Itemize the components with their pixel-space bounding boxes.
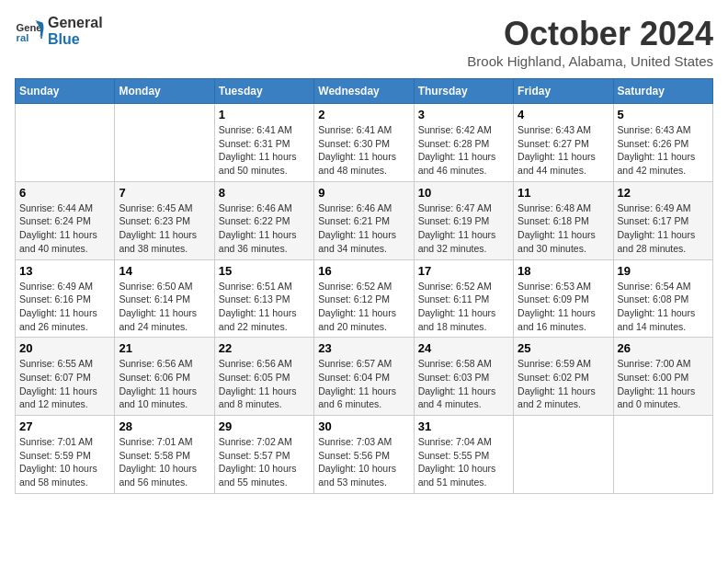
calendar-week-3: 13Sunrise: 6:49 AMSunset: 6:16 PMDayligh… — [16, 259, 713, 338]
calendar-cell: 5Sunrise: 6:43 AMSunset: 6:26 PMDaylight… — [613, 104, 712, 182]
logo-blue: Blue — [48, 31, 80, 47]
day-info: Sunrise: 6:41 AMSunset: 6:31 PMDaylight:… — [219, 123, 310, 178]
day-number: 30 — [318, 419, 409, 433]
day-number: 16 — [318, 264, 409, 278]
logo: Gene ral General Blue — [15, 15, 103, 47]
day-info: Sunrise: 6:54 AMSunset: 6:08 PMDaylight:… — [618, 280, 709, 334]
calendar-cell: 29Sunrise: 7:02 AMSunset: 5:57 PMDayligh… — [214, 416, 313, 494]
day-info: Sunrise: 6:44 AMSunset: 6:24 PMDaylight:… — [19, 201, 110, 256]
column-header-thursday: Thursday — [414, 79, 513, 104]
calendar-cell: 14Sunrise: 6:50 AMSunset: 6:14 PMDayligh… — [115, 259, 214, 338]
calendar-cell: 20Sunrise: 6:55 AMSunset: 6:07 PMDayligh… — [16, 338, 115, 416]
calendar-table: SundayMondayTuesdayWednesdayThursdayFrid… — [15, 78, 713, 494]
day-number: 27 — [19, 419, 110, 433]
day-info: Sunrise: 6:49 AMSunset: 6:16 PMDaylight:… — [19, 280, 110, 334]
column-header-wednesday: Wednesday — [314, 79, 414, 104]
day-number: 7 — [119, 186, 210, 200]
title-area: October 2024 Brook Highland, Alabama, Un… — [467, 15, 713, 69]
day-info: Sunrise: 7:03 AMSunset: 5:56 PMDaylight:… — [318, 435, 409, 489]
day-info: Sunrise: 6:42 AMSunset: 6:28 PMDaylight:… — [418, 123, 509, 178]
calendar-cell: 7Sunrise: 6:45 AMSunset: 6:23 PMDaylight… — [115, 181, 214, 259]
calendar-cell: 9Sunrise: 6:46 AMSunset: 6:21 PMDaylight… — [314, 181, 414, 259]
day-info: Sunrise: 6:51 AMSunset: 6:13 PMDaylight:… — [219, 280, 310, 334]
calendar-cell: 27Sunrise: 7:01 AMSunset: 5:59 PMDayligh… — [16, 416, 115, 494]
calendar-cell: 3Sunrise: 6:42 AMSunset: 6:28 PMDaylight… — [414, 104, 513, 182]
day-info: Sunrise: 6:45 AMSunset: 6:23 PMDaylight:… — [119, 201, 210, 256]
day-info: Sunrise: 7:02 AMSunset: 5:57 PMDaylight:… — [219, 435, 310, 489]
day-number: 15 — [219, 264, 310, 278]
column-header-saturday: Saturday — [613, 79, 712, 104]
day-info: Sunrise: 6:57 AMSunset: 6:04 PMDaylight:… — [318, 357, 409, 411]
calendar-cell: 22Sunrise: 6:56 AMSunset: 6:05 PMDayligh… — [214, 338, 313, 416]
day-number: 4 — [518, 108, 609, 121]
calendar-week-1: 1Sunrise: 6:41 AMSunset: 6:31 PMDaylight… — [16, 104, 713, 182]
column-header-friday: Friday — [514, 79, 613, 104]
calendar-cell: 16Sunrise: 6:52 AMSunset: 6:12 PMDayligh… — [314, 259, 414, 338]
day-number: 28 — [119, 419, 210, 433]
calendar-cell: 18Sunrise: 6:53 AMSunset: 6:09 PMDayligh… — [514, 259, 613, 338]
day-number: 10 — [418, 186, 509, 200]
calendar-cell: 10Sunrise: 6:47 AMSunset: 6:19 PMDayligh… — [414, 181, 513, 259]
day-number: 22 — [219, 341, 310, 355]
calendar-week-5: 27Sunrise: 7:01 AMSunset: 5:59 PMDayligh… — [16, 416, 713, 494]
day-number: 17 — [418, 264, 509, 278]
calendar-cell — [514, 416, 613, 494]
calendar-cell: 15Sunrise: 6:51 AMSunset: 6:13 PMDayligh… — [214, 259, 313, 338]
day-number: 2 — [318, 108, 409, 121]
calendar-cell: 28Sunrise: 7:01 AMSunset: 5:58 PMDayligh… — [115, 416, 214, 494]
calendar-cell: 19Sunrise: 6:54 AMSunset: 6:08 PMDayligh… — [613, 259, 712, 338]
day-number: 14 — [119, 264, 210, 278]
day-number: 1 — [219, 108, 310, 121]
day-info: Sunrise: 6:41 AMSunset: 6:30 PMDaylight:… — [318, 123, 409, 178]
day-number: 24 — [418, 341, 509, 355]
day-info: Sunrise: 6:53 AMSunset: 6:09 PMDaylight:… — [518, 280, 609, 334]
calendar-cell: 25Sunrise: 6:59 AMSunset: 6:02 PMDayligh… — [514, 338, 613, 416]
calendar-cell: 30Sunrise: 7:03 AMSunset: 5:56 PMDayligh… — [314, 416, 414, 494]
month-title: October 2024 — [467, 15, 713, 53]
day-number: 19 — [618, 264, 709, 278]
day-number: 12 — [618, 186, 709, 200]
column-header-tuesday: Tuesday — [214, 79, 313, 104]
calendar-week-4: 20Sunrise: 6:55 AMSunset: 6:07 PMDayligh… — [16, 338, 713, 416]
day-info: Sunrise: 6:55 AMSunset: 6:07 PMDaylight:… — [19, 357, 110, 411]
logo-general: General — [48, 15, 103, 30]
day-number: 8 — [219, 186, 310, 200]
calendar-cell — [115, 104, 214, 182]
day-number: 25 — [518, 341, 609, 355]
day-number: 3 — [418, 108, 509, 121]
day-info: Sunrise: 6:43 AMSunset: 6:27 PMDaylight:… — [518, 123, 609, 178]
day-number: 20 — [19, 341, 110, 355]
day-info: Sunrise: 6:50 AMSunset: 6:14 PMDaylight:… — [119, 280, 210, 334]
day-info: Sunrise: 6:56 AMSunset: 6:06 PMDaylight:… — [119, 357, 210, 411]
calendar-cell: 11Sunrise: 6:48 AMSunset: 6:18 PMDayligh… — [514, 181, 613, 259]
calendar-cell: 21Sunrise: 6:56 AMSunset: 6:06 PMDayligh… — [115, 338, 214, 416]
day-info: Sunrise: 6:59 AMSunset: 6:02 PMDaylight:… — [518, 357, 609, 411]
calendar-cell: 8Sunrise: 6:46 AMSunset: 6:22 PMDaylight… — [214, 181, 313, 259]
day-info: Sunrise: 6:52 AMSunset: 6:11 PMDaylight:… — [418, 280, 509, 334]
calendar-cell: 12Sunrise: 6:49 AMSunset: 6:17 PMDayligh… — [613, 181, 712, 259]
day-number: 31 — [418, 419, 509, 433]
day-info: Sunrise: 6:48 AMSunset: 6:18 PMDaylight:… — [518, 201, 609, 256]
calendar-cell: 26Sunrise: 7:00 AMSunset: 6:00 PMDayligh… — [613, 338, 712, 416]
day-number: 29 — [219, 419, 310, 433]
day-info: Sunrise: 6:56 AMSunset: 6:05 PMDaylight:… — [219, 357, 310, 411]
svg-text:ral: ral — [17, 32, 29, 43]
day-info: Sunrise: 6:58 AMSunset: 6:03 PMDaylight:… — [418, 357, 509, 411]
day-info: Sunrise: 7:01 AMSunset: 5:58 PMDaylight:… — [119, 435, 210, 489]
calendar-cell — [16, 104, 115, 182]
day-number: 9 — [318, 186, 409, 200]
calendar-week-2: 6Sunrise: 6:44 AMSunset: 6:24 PMDaylight… — [16, 181, 713, 259]
day-number: 11 — [518, 186, 609, 200]
day-number: 26 — [618, 341, 709, 355]
day-number: 13 — [19, 264, 110, 278]
logo-icon: Gene ral — [15, 17, 44, 46]
day-number: 5 — [618, 108, 709, 121]
day-number: 21 — [119, 341, 210, 355]
day-info: Sunrise: 6:49 AMSunset: 6:17 PMDaylight:… — [618, 201, 709, 256]
calendar-cell: 6Sunrise: 6:44 AMSunset: 6:24 PMDaylight… — [16, 181, 115, 259]
calendar-cell: 4Sunrise: 6:43 AMSunset: 6:27 PMDaylight… — [514, 104, 613, 182]
calendar-cell: 17Sunrise: 6:52 AMSunset: 6:11 PMDayligh… — [414, 259, 513, 338]
calendar-cell: 13Sunrise: 6:49 AMSunset: 6:16 PMDayligh… — [16, 259, 115, 338]
day-number: 23 — [318, 341, 409, 355]
calendar-header-row: SundayMondayTuesdayWednesdayThursdayFrid… — [16, 79, 713, 104]
